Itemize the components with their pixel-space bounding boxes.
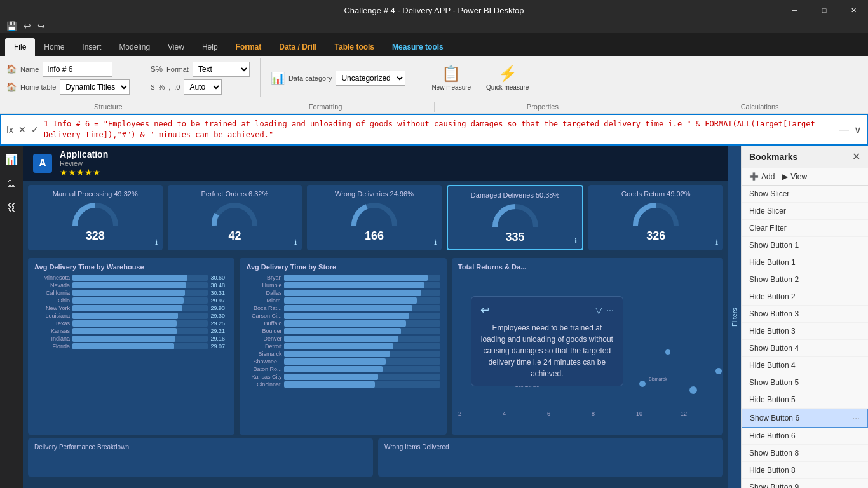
- tab-file[interactable]: File: [5, 38, 35, 56]
- bar-fill: [284, 374, 377, 380]
- sidebar-model-icon[interactable]: ⛓: [4, 200, 19, 216]
- tab-insert[interactable]: Insert: [73, 38, 110, 56]
- tab-modeling[interactable]: Modeling: [110, 38, 159, 56]
- bookmark-label: Show Button 3: [749, 309, 799, 318]
- kpi-manual-info-icon[interactable]: ℹ: [155, 238, 158, 247]
- bookmarks-panel: Bookmarks ✕ ➕ Add ▶ View Show Slicer Hid…: [741, 146, 868, 488]
- list-item[interactable]: Hide Slicer: [742, 203, 868, 220]
- bar-track: [284, 290, 440, 296]
- app-stars: ★★★★★: [60, 167, 108, 177]
- svg-point-13: [689, 386, 697, 394]
- kpi-goods-info-icon[interactable]: ℹ: [715, 238, 718, 247]
- bookmark-label: Hide Button 2: [749, 292, 796, 301]
- list-item[interactable]: Show Button 6 ···: [742, 409, 868, 428]
- kpi-perfect-info-icon[interactable]: ℹ: [294, 238, 297, 247]
- bottom-charts: Delivery Performance Breakdown Wrong Ite…: [23, 438, 728, 480]
- bookmark-label: Hide Button 4: [749, 361, 796, 370]
- kpi-perfect-value: 42: [174, 229, 296, 243]
- kpi-damaged-info-icon[interactable]: ℹ: [574, 237, 577, 245]
- list-item[interactable]: Show Slicer: [742, 186, 868, 203]
- table-row: Carson Ci...: [246, 313, 440, 319]
- list-item[interactable]: Hide Button 3: [742, 323, 868, 340]
- formula-cancel-icon[interactable]: ✕: [18, 125, 26, 135]
- tab-datadrill[interactable]: Data / Drill: [270, 38, 325, 56]
- ribbon-group-measures: 📋 New measure ⚡ Quick measure: [426, 58, 544, 97]
- name-input[interactable]: [43, 62, 112, 77]
- list-item[interactable]: Show Button 9: [742, 479, 868, 488]
- new-measure-button[interactable]: 📋 New measure: [426, 62, 476, 94]
- kpi-wrong-info-icon[interactable]: ℹ: [434, 238, 437, 247]
- table-row: Buffalo: [246, 320, 440, 327]
- formula-expand-icon[interactable]: —: [839, 124, 849, 135]
- bookmark-label: Show Button 5: [749, 378, 799, 387]
- datacategory-select[interactable]: Uncategorized: [336, 71, 405, 86]
- bar-track: [284, 336, 440, 342]
- window-controls: ─ □ ✕: [780, 0, 868, 20]
- list-item[interactable]: Hide Button 1: [742, 254, 868, 271]
- gauge-wrong: [313, 200, 435, 228]
- list-item[interactable]: Hide Button 5: [742, 391, 868, 409]
- list-item[interactable]: Hide Button 2: [742, 288, 868, 306]
- warehouse-bars: Minnesota 30.60 Nevada 30.48 California …: [34, 274, 228, 349]
- table-row: Minnesota 30.60: [34, 274, 228, 281]
- redo-icon[interactable]: ↪: [36, 20, 46, 32]
- bookmark-more-icon[interactable]: ···: [852, 413, 860, 423]
- sidebar-report-icon[interactable]: 📊: [3, 151, 20, 168]
- sidebar-data-icon[interactable]: 🗂: [4, 175, 19, 192]
- tab-measuretools[interactable]: Measure tools: [383, 38, 452, 56]
- svg-point-14: [715, 368, 722, 374]
- bookmarks-add-button[interactable]: ➕ Add: [749, 172, 775, 181]
- bar-label: Miami: [246, 297, 281, 304]
- list-item[interactable]: Hide Button 6: [742, 428, 868, 445]
- tab-tabletools[interactable]: Table tools: [326, 38, 383, 56]
- table-row: Ohio 29.97: [34, 297, 228, 304]
- save-icon[interactable]: 💾: [5, 20, 18, 32]
- svg-text:10: 10: [636, 410, 642, 417]
- bookmarks-close-button[interactable]: ✕: [852, 151, 860, 163]
- kpi-wrong-deliveries: Wrong Deliveries 24.96% 166 ℹ: [307, 185, 442, 250]
- formula-text[interactable]: 1 Info # 6 = "Employees need to be train…: [44, 119, 834, 140]
- bar-label: Bismarck: [246, 351, 281, 357]
- filters-side[interactable]: Filters: [728, 146, 741, 488]
- filters-tab-label[interactable]: Filters: [731, 308, 738, 327]
- store-chart: Avg Delivery Time by Store Bryan Humble …: [240, 258, 446, 435]
- bar-track: [72, 305, 208, 311]
- table-row: Miami: [246, 297, 440, 304]
- list-item[interactable]: Show Button 8: [742, 445, 868, 462]
- list-item[interactable]: Hide Button 4: [742, 357, 868, 374]
- tab-home[interactable]: Home: [35, 38, 73, 56]
- maximize-button[interactable]: □: [810, 0, 839, 20]
- ribbon-group-format: $% Format Text $ % , .0 Auto: [151, 58, 261, 97]
- close-button[interactable]: ✕: [839, 0, 868, 20]
- bar-fill: [72, 313, 178, 319]
- tooltip-filter-icon[interactable]: ▽: [595, 305, 602, 315]
- list-item[interactable]: Clear Filter: [742, 220, 868, 237]
- kpi-manual-value: 328: [34, 229, 156, 243]
- quick-measure-button[interactable]: ⚡ Quick measure: [481, 62, 534, 94]
- name-field-icon: 🏠: [6, 64, 17, 74]
- formula-confirm-icon[interactable]: ✓: [31, 125, 39, 135]
- undo-icon[interactable]: ↩: [22, 20, 32, 32]
- tab-help[interactable]: Help: [193, 38, 227, 56]
- tab-format[interactable]: Format: [227, 38, 271, 56]
- formula-chevron-icon[interactable]: ∨: [854, 124, 862, 136]
- svg-text:Bismarck: Bismarck: [649, 377, 667, 381]
- bookmarks-view-button[interactable]: ▶ View: [782, 172, 807, 181]
- bar-fill: [284, 351, 390, 357]
- list-item[interactable]: Show Button 5: [742, 374, 868, 391]
- minimize-button[interactable]: ─: [780, 0, 810, 20]
- list-item[interactable]: Hide Button 8: [742, 462, 868, 479]
- tab-view[interactable]: View: [159, 38, 193, 56]
- format-select[interactable]: Text: [193, 62, 250, 77]
- tooltip-back-icon[interactable]: ↩: [480, 303, 490, 317]
- bar-fill: [284, 366, 383, 372]
- list-item[interactable]: Show Button 1: [742, 237, 868, 254]
- quick-measure-icon: ⚡: [498, 65, 517, 83]
- list-item[interactable]: Show Button 4: [742, 340, 868, 357]
- home-table-select[interactable]: Dynamic Titles: [60, 79, 130, 95]
- list-item[interactable]: Show Button 2: [742, 271, 868, 288]
- left-sidebar: 📊 🗂 ⛓: [0, 146, 23, 488]
- format-auto-select[interactable]: Auto: [184, 79, 222, 95]
- tooltip-more-icon[interactable]: ···: [606, 305, 614, 315]
- list-item[interactable]: Show Button 3: [742, 306, 868, 323]
